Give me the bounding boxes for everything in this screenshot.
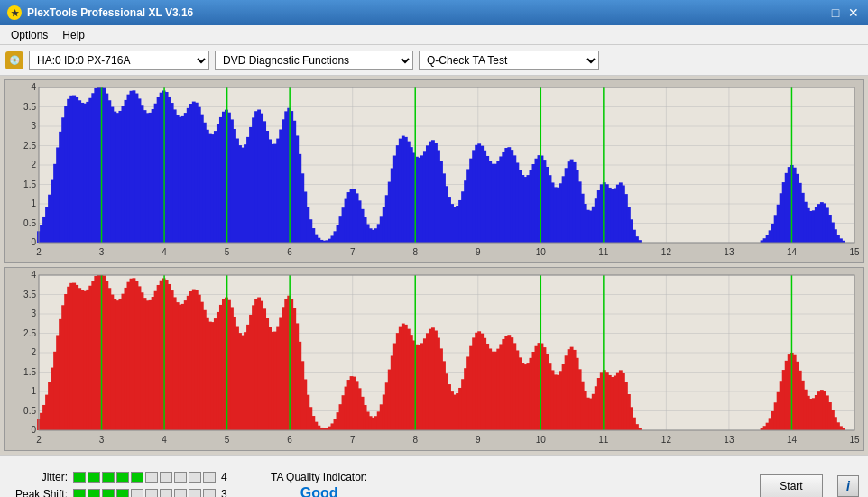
function-select[interactable]: DVD Diagnostic Functions (215, 51, 413, 70)
progress-segment (189, 472, 201, 483)
app-title: PlexTools Professional XL V3.16 (27, 6, 193, 19)
progress-segment (73, 472, 86, 483)
progress-segment (145, 472, 158, 483)
progress-segment (189, 489, 201, 497)
jitter-label: Jitter: (9, 471, 68, 483)
ta-quality-label: TA Quality Indicator: (271, 471, 367, 483)
jitter-row: Jitter: 4 (9, 471, 235, 483)
menu-bar: Options Help (0, 25, 868, 45)
jitter-progress (73, 472, 216, 483)
metrics-section: Jitter: 4 Peak Shift: 3 (9, 471, 235, 497)
drive-icon: 💿 (5, 51, 23, 69)
progress-segment (131, 489, 143, 497)
progress-segment (116, 472, 129, 483)
window-controls: — □ ✕ (810, 5, 861, 20)
minimize-button[interactable]: — (810, 5, 825, 20)
progress-segment (102, 489, 115, 497)
maximize-button[interactable]: □ (828, 5, 843, 20)
progress-segment (88, 489, 100, 497)
app-icon: ★ (7, 5, 22, 20)
main-content (0, 76, 868, 455)
ta-quality-value: Good (300, 485, 338, 498)
drive-select[interactable]: HA:0 ID:0 PX-716A (29, 51, 209, 70)
toolbar: 💿 HA:0 ID:0 PX-716A DVD Diagnostic Funct… (0, 45, 868, 76)
close-button[interactable]: ✕ (846, 5, 861, 20)
info-button[interactable]: i (837, 475, 859, 497)
progress-segment (203, 489, 216, 497)
progress-segment (88, 472, 100, 483)
title-bar: ★ PlexTools Professional XL V3.16 — □ ✕ (0, 0, 868, 25)
ta-quality-section: TA Quality Indicator: Good (271, 471, 367, 498)
menu-help[interactable]: Help (55, 27, 92, 43)
bottom-panel: Jitter: 4 Peak Shift: 3 TA Quality Indic… (0, 455, 868, 497)
test-select[interactable]: Q-Check TA Test (419, 51, 599, 70)
progress-segment (160, 472, 172, 483)
peakshift-progress (73, 489, 216, 497)
menu-options[interactable]: Options (4, 27, 55, 43)
progress-segment (116, 489, 129, 497)
progress-segment (73, 489, 86, 497)
start-button[interactable]: Start (760, 474, 823, 498)
progress-segment (145, 489, 158, 497)
peakshift-label: Peak Shift: (9, 488, 68, 497)
progress-segment (102, 472, 115, 483)
progress-segment (131, 472, 143, 483)
top-chart-container (4, 79, 864, 263)
peakshift-value: 3 (221, 488, 235, 497)
title-bar-left: ★ PlexTools Professional XL V3.16 (7, 5, 193, 20)
progress-segment (203, 472, 216, 483)
peakshift-row: Peak Shift: 3 (9, 488, 235, 497)
jitter-value: 4 (221, 471, 235, 483)
progress-segment (174, 489, 187, 497)
bottom-chart (5, 268, 863, 450)
progress-segment (174, 472, 187, 483)
progress-segment (160, 489, 172, 497)
top-chart (5, 80, 863, 262)
bottom-chart-container (4, 267, 864, 451)
